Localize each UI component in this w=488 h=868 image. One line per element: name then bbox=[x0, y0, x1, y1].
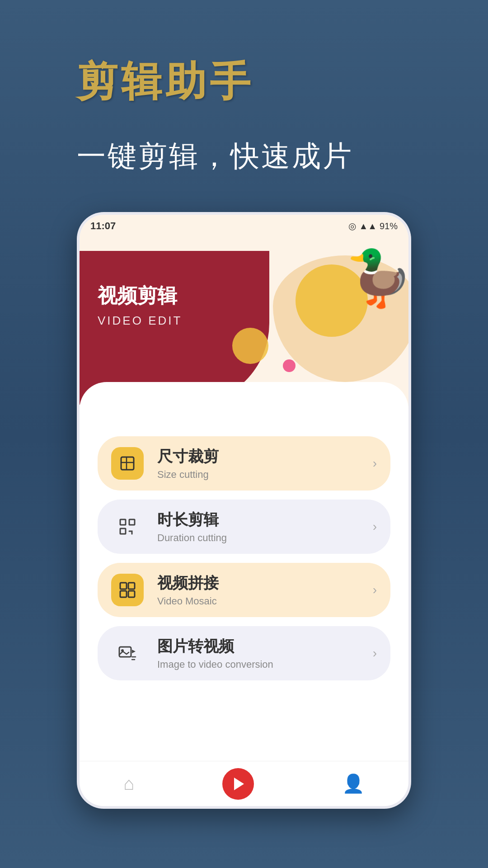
size-cutting-title-cn: 尺寸裁剪 bbox=[157, 446, 373, 467]
hero-title-cn: 视频剪辑 bbox=[98, 283, 182, 309]
hero-section: 视频剪辑 VIDEO EDIT 🦆 bbox=[80, 237, 408, 427]
image-to-video-title-en: Image to video conversion bbox=[157, 659, 373, 670]
deco-circle-small bbox=[232, 328, 268, 364]
duck-decoration: 🦆 bbox=[345, 246, 408, 310]
nav-home[interactable]: ⌂ bbox=[123, 774, 134, 794]
phone-inner: 11:07 ◎ ▲▲ 91% 视频剪辑 VIDEO EDIT bbox=[80, 215, 408, 806]
crop-icon bbox=[117, 453, 137, 473]
battery-icon: 91% bbox=[380, 221, 398, 231]
image-to-video-text: 图片转视频 Image to video conversion bbox=[157, 636, 373, 670]
nav-user[interactable]: 👤 bbox=[342, 773, 365, 794]
status-time: 11:07 bbox=[90, 220, 116, 232]
app-title: 剪辑助手 bbox=[77, 54, 411, 109]
alarm-icon: ◎ bbox=[348, 221, 356, 231]
play-button[interactable] bbox=[222, 768, 254, 800]
menu-item-video-mosaic[interactable]: 视频拼接 Video Mosaic › bbox=[98, 563, 390, 617]
svg-rect-7 bbox=[128, 583, 135, 589]
duration-cutting-icon-wrap bbox=[111, 510, 144, 543]
size-cutting-title-en: Size cutting bbox=[157, 469, 373, 481]
app-subtitle: 一键剪辑，快速成片 bbox=[77, 137, 411, 176]
size-cutting-icon-wrap bbox=[111, 447, 144, 480]
hero-text-block: 视频剪辑 VIDEO EDIT bbox=[98, 283, 182, 328]
video-mosaic-arrow: › bbox=[373, 583, 377, 597]
svg-rect-0 bbox=[121, 457, 134, 470]
svg-rect-3 bbox=[120, 519, 126, 525]
menu-item-duration-cutting[interactable]: 时长剪辑 Duration cutting › bbox=[98, 500, 390, 554]
home-icon: ⌂ bbox=[123, 774, 134, 794]
video-mosaic-title-en: Video Mosaic bbox=[157, 595, 373, 607]
duration-cutting-title-cn: 时长剪辑 bbox=[157, 509, 373, 530]
menu-section: 尺寸裁剪 Size cutting › bbox=[80, 427, 408, 761]
video-mosaic-text: 视频拼接 Video Mosaic bbox=[157, 573, 373, 607]
svg-rect-8 bbox=[120, 591, 127, 597]
bottom-nav: ⌂ 👤 bbox=[80, 761, 408, 806]
duration-cutting-arrow: › bbox=[373, 519, 377, 534]
svg-rect-10 bbox=[119, 647, 131, 657]
image-video-icon bbox=[117, 643, 137, 663]
scan-icon bbox=[117, 517, 137, 537]
video-mosaic-icon-wrap bbox=[111, 574, 144, 606]
svg-rect-9 bbox=[128, 591, 135, 597]
play-triangle-icon bbox=[234, 778, 244, 790]
user-icon: 👤 bbox=[342, 773, 365, 794]
deco-dot-pink bbox=[283, 359, 296, 372]
app-background: 剪辑助手 一键剪辑，快速成片 11:07 ◎ ▲▲ 91% 视频剪辑 VIDEO… bbox=[77, 0, 411, 809]
duration-cutting-title-en: Duration cutting bbox=[157, 532, 373, 544]
size-cutting-text: 尺寸裁剪 Size cutting bbox=[157, 446, 373, 481]
svg-rect-6 bbox=[120, 583, 127, 589]
signal-icon: ▲▲ bbox=[359, 221, 377, 231]
svg-rect-4 bbox=[129, 519, 135, 525]
grid-icon bbox=[117, 580, 137, 600]
menu-item-image-to-video[interactable]: 图片转视频 Image to video conversion › bbox=[98, 626, 390, 680]
image-to-video-arrow: › bbox=[373, 646, 377, 660]
svg-rect-5 bbox=[120, 528, 126, 534]
nav-play[interactable] bbox=[222, 768, 254, 800]
status-icons: ◎ ▲▲ 91% bbox=[348, 221, 398, 231]
size-cutting-arrow: › bbox=[373, 456, 377, 471]
status-bar: 11:07 ◎ ▲▲ 91% bbox=[80, 215, 408, 237]
hero-title-en: VIDEO EDIT bbox=[98, 314, 182, 328]
menu-item-size-cutting[interactable]: 尺寸裁剪 Size cutting › bbox=[98, 436, 390, 491]
image-to-video-title-cn: 图片转视频 bbox=[157, 636, 373, 657]
phone-frame: 11:07 ◎ ▲▲ 91% 视频剪辑 VIDEO EDIT bbox=[77, 212, 411, 809]
white-wave bbox=[80, 382, 408, 427]
image-to-video-icon-wrap bbox=[111, 637, 144, 670]
video-mosaic-title-cn: 视频拼接 bbox=[157, 573, 373, 594]
duration-cutting-text: 时长剪辑 Duration cutting bbox=[157, 509, 373, 544]
